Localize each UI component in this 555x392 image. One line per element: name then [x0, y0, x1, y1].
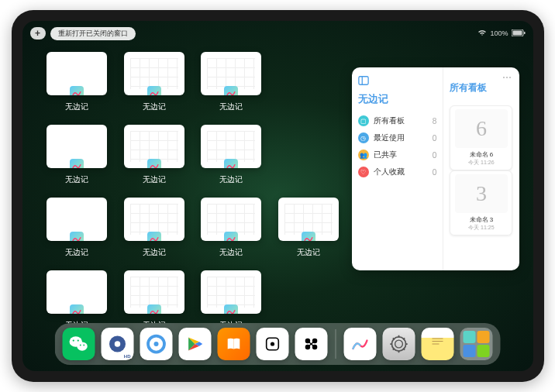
app-window-tile[interactable]: 无边记 — [122, 198, 186, 258]
sidebar-item-icon: ♡ — [358, 167, 369, 177]
sidebar-item-icon: 👥 — [358, 150, 369, 160]
app-thumbnail — [201, 125, 261, 168]
app-label: 无边记 — [219, 101, 243, 112]
dock-recent-notes[interactable] — [422, 328, 454, 360]
app-window-tile[interactable]: 无边记 — [277, 198, 340, 258]
dock-app-books[interactable] — [218, 328, 250, 360]
app-window-tile[interactable]: 无边记 — [46, 125, 109, 185]
panel-right: 所有看板 6未命名 6今天 11:263未命名 3今天 11:25 — [443, 67, 519, 270]
sidebar-item-count: 0 — [433, 168, 437, 177]
svg-rect-2 — [524, 32, 526, 34]
freeform-app-icon — [70, 304, 84, 314]
app-thumbnail — [47, 270, 107, 314]
svg-point-16 — [271, 342, 274, 346]
sidebar-item-label: 个人收藏 — [374, 167, 405, 177]
status-icons: 100% — [477, 29, 525, 38]
app-label: 无边记 — [219, 247, 243, 258]
freeform-app-icon — [224, 159, 238, 168]
freeform-app-icon — [224, 232, 238, 241]
app-thumbnail — [201, 198, 261, 241]
sidebar-item-count: 0 — [433, 134, 437, 143]
app-thumbnail — [47, 198, 107, 241]
sidebar-item-label: 已共享 — [374, 150, 397, 160]
svg-rect-1 — [512, 30, 522, 35]
more-icon[interactable]: ⋯ — [502, 72, 513, 83]
freeform-app-icon — [302, 232, 315, 241]
board-preview: 3 — [455, 174, 508, 213]
board-card[interactable]: 3未命名 3今天 11:25 — [450, 170, 512, 236]
app-window-tile[interactable]: 无边记 — [122, 52, 186, 112]
board-card[interactable]: 6未命名 6今天 11:26 — [450, 105, 512, 170]
sidebar-item[interactable]: ▢所有看板8 — [358, 112, 437, 129]
sidebar-item[interactable]: ♡个人收藏0 — [358, 163, 437, 181]
sidebar-item-count: 0 — [433, 151, 437, 160]
app-window-tile[interactable]: 无边记 — [46, 270, 109, 331]
app-window-tile[interactable]: 无边记 — [122, 270, 186, 331]
panel-left: 无边记 ▢所有看板8◷最近使用0👥已共享0♡个人收藏0 — [352, 67, 444, 270]
freeform-panel[interactable]: ⋯ 无边记 ▢所有看板8◷最近使用0👥已共享0♡个人收藏0 所有看板 6未命名 … — [352, 67, 519, 270]
dock-app-game[interactable] — [295, 328, 328, 360]
dock-app-library[interactable] — [460, 328, 493, 360]
battery-icon — [512, 29, 526, 38]
freeform-app-icon — [147, 159, 161, 168]
freeform-app-icon — [147, 232, 161, 241]
app-window-tile[interactable]: 无边记 — [46, 52, 109, 112]
app-thumbnail — [47, 125, 107, 168]
panel-right-title: 所有看板 — [450, 81, 512, 95]
app-thumbnail — [124, 270, 184, 314]
sidebar-toggle-icon[interactable] — [358, 75, 369, 86]
dock-app-wechat[interactable] — [63, 328, 95, 360]
svg-point-6 — [77, 342, 88, 350]
board-name: 未命名 6 — [470, 150, 494, 159]
ipad-screen: + 重新打开已关闭的窗口 100% 无边记无边记无边记无边记无边记无边记无边记无… — [22, 21, 533, 371]
app-window-tile[interactable]: 无边记 — [200, 52, 264, 112]
freeform-app-icon — [70, 86, 84, 95]
freeform-app-icon — [224, 86, 238, 95]
sidebar-item-count: 8 — [433, 117, 437, 126]
app-window-tile[interactable]: 无边记 — [122, 125, 186, 185]
sidebar-item-icon: ◷ — [358, 132, 369, 143]
svg-point-9 — [80, 345, 81, 346]
dock-divider — [336, 329, 336, 359]
app-label: 无边记 — [143, 247, 166, 258]
app-window-tile[interactable]: 无边记 — [200, 198, 264, 258]
app-label: 无边记 — [65, 247, 88, 258]
dock-recent-settings[interactable] — [383, 328, 415, 360]
dock-app-qq-browser[interactable] — [140, 328, 173, 360]
svg-point-14 — [154, 342, 159, 346]
app-window-tile[interactable]: 无边记 — [200, 125, 264, 185]
dock-app-play[interactable] — [179, 328, 212, 360]
dock-app-dice[interactable] — [257, 328, 289, 360]
app-window-tile[interactable]: 无边记 — [46, 198, 109, 258]
add-window-button[interactable]: + — [30, 27, 46, 40]
svg-point-7 — [73, 339, 74, 341]
board-preview: 6 — [455, 109, 508, 148]
app-label: 无边记 — [65, 101, 88, 112]
wifi-icon — [477, 29, 487, 38]
app-label: 无边记 — [297, 247, 320, 258]
freeform-app-icon — [147, 304, 161, 314]
svg-rect-3 — [358, 77, 367, 85]
sidebar-item[interactable]: 👥已共享0 — [358, 146, 437, 163]
app-thumbnail — [124, 198, 184, 241]
app-label: 无边记 — [143, 101, 166, 112]
app-thumbnail — [124, 52, 184, 95]
dock-recent-freeform[interactable] — [344, 328, 377, 360]
sidebar-item-label: 最近使用 — [374, 132, 405, 143]
app-label: 无边记 — [219, 174, 243, 185]
panel-title: 无边记 — [358, 92, 437, 106]
reopen-window-button[interactable]: 重新打开已关闭的窗口 — [50, 27, 136, 40]
dock-app-quark[interactable]: HD — [102, 328, 134, 360]
board-name: 未命名 3 — [470, 215, 494, 224]
svg-point-10 — [83, 345, 84, 346]
app-thumbnail — [278, 198, 339, 241]
freeform-app-icon — [70, 159, 84, 168]
sidebar-item-icon: ▢ — [358, 115, 369, 126]
freeform-app-icon — [147, 86, 161, 95]
app-thumbnail — [201, 270, 261, 314]
top-bar: + 重新打开已关闭的窗口 100% — [30, 26, 526, 41]
app-thumbnail — [47, 52, 107, 95]
sidebar-item[interactable]: ◷最近使用0 — [358, 129, 437, 146]
app-label: 无边记 — [143, 174, 166, 185]
app-window-tile[interactable]: 无边记 — [200, 270, 264, 331]
